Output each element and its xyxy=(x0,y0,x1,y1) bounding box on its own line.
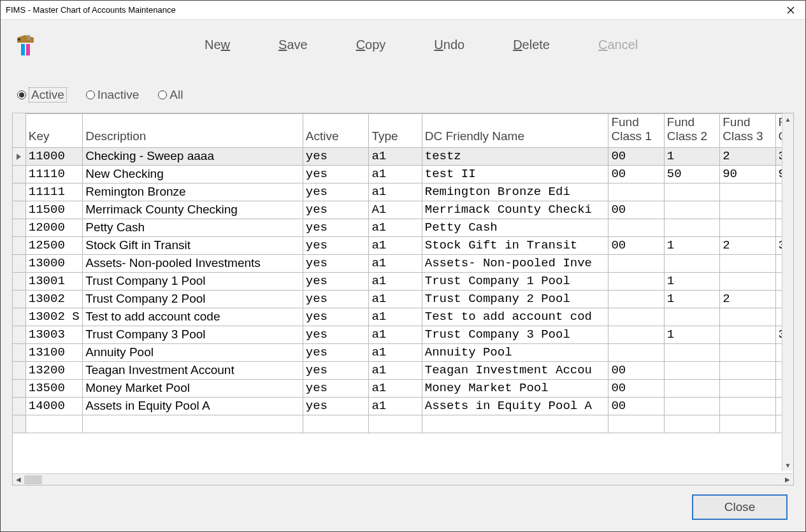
cell-fc1[interactable] xyxy=(608,183,664,201)
cell-dc[interactable]: Teagan Investment Accou xyxy=(422,361,608,379)
col-header-key[interactable]: Key xyxy=(25,114,82,148)
cell-fc1[interactable]: 00 xyxy=(608,147,664,165)
menu-copy[interactable]: Copy xyxy=(356,38,386,52)
cell-fc2[interactable] xyxy=(664,361,719,379)
cell-type[interactable]: a1 xyxy=(369,219,422,236)
row-handle[interactable] xyxy=(13,308,25,326)
cell-desc[interactable]: Teagan Investment Account xyxy=(83,361,303,379)
cell-type[interactable]: a1 xyxy=(369,147,422,165)
cell-type[interactable]: a1 xyxy=(369,397,422,415)
table-row[interactable]: 13000Assets- Non-pooled Investmentsyesa1… xyxy=(13,254,789,272)
cell-key[interactable]: 12500 xyxy=(25,236,82,254)
cell-fc2[interactable]: 1 xyxy=(664,236,719,254)
cell-key[interactable]: 11110 xyxy=(25,165,82,183)
menu-new[interactable]: New xyxy=(205,38,230,52)
cell-fc1[interactable]: 00 xyxy=(608,397,664,415)
cell-fc1[interactable]: 00 xyxy=(608,165,664,183)
cell-type[interactable]: a1 xyxy=(369,272,422,290)
cell-active[interactable]: yes xyxy=(303,272,369,290)
cell-active[interactable]: yes xyxy=(303,361,369,379)
cell-key[interactable]: 13500 xyxy=(25,379,82,397)
cell-active[interactable]: yes xyxy=(303,165,369,183)
cell-fc2[interactable] xyxy=(664,201,719,219)
cell-dc[interactable]: Trust Company 1 Pool xyxy=(422,272,608,290)
cell-dc[interactable]: Assets in Equity Pool A xyxy=(422,397,608,415)
cell-active[interactable]: yes xyxy=(303,201,369,219)
data-grid[interactable]: Key Description Active Type DC Friendly … xyxy=(12,113,794,485)
cell-fc3[interactable]: 90 xyxy=(720,165,775,183)
row-handle[interactable] xyxy=(13,326,25,343)
horizontal-scrollbar[interactable]: ◀ ▶ xyxy=(13,473,793,485)
table-row[interactable]: 11110New Checkingyesa1test II0050909 xyxy=(13,165,789,183)
row-handle[interactable] xyxy=(13,397,25,415)
table-row[interactable]: 13003Trust Company 3 Poolyesa1Trust Comp… xyxy=(13,326,789,343)
cell-active[interactable]: yes xyxy=(303,379,369,397)
table-row[interactable] xyxy=(13,415,789,433)
cell-fc1[interactable] xyxy=(608,308,664,326)
cell-fc3[interactable]: 2 xyxy=(720,236,775,254)
cell-active[interactable]: yes xyxy=(303,254,369,272)
cell-key[interactable]: 13000 xyxy=(25,254,82,272)
cell-key[interactable]: 12000 xyxy=(25,219,82,236)
cell-desc[interactable]: Stock Gift in Transit xyxy=(83,236,303,254)
cell-dc[interactable]: Annuity Pool xyxy=(422,343,608,361)
cell-fc3[interactable] xyxy=(720,201,775,219)
cell-fc2[interactable] xyxy=(664,219,719,236)
cell-key[interactable]: 13002 S xyxy=(25,308,82,326)
cell-fc2[interactable] xyxy=(664,183,719,201)
cell-key[interactable]: 11000 xyxy=(25,147,82,165)
cell-fc1[interactable]: 00 xyxy=(608,361,664,379)
cell-fc3[interactable] xyxy=(720,397,775,415)
cell-fc2[interactable]: 1 xyxy=(664,290,719,308)
hscroll-track[interactable] xyxy=(24,474,782,485)
col-header-fc3[interactable]: FundClass 3 xyxy=(720,114,775,148)
cell-dc[interactable]: testz xyxy=(422,147,608,165)
cell-key[interactable]: 14000 xyxy=(25,397,82,415)
cell-fc2[interactable]: 50 xyxy=(664,165,719,183)
cell-dc[interactable]: test II xyxy=(422,165,608,183)
cell-type[interactable]: a1 xyxy=(369,183,422,201)
hscroll-thumb[interactable] xyxy=(24,475,42,484)
vertical-scrollbar[interactable]: ▲ ▼ xyxy=(782,113,793,471)
row-handle[interactable] xyxy=(13,272,25,290)
cell-dc[interactable]: Assets- Non-pooled Inve xyxy=(422,254,608,272)
cell-active[interactable]: yes xyxy=(303,147,369,165)
cell-type[interactable]: a1 xyxy=(369,165,422,183)
row-handle[interactable] xyxy=(13,201,25,219)
cell-fc3[interactable] xyxy=(720,254,775,272)
col-header-description[interactable]: Description xyxy=(83,114,303,148)
row-handle[interactable] xyxy=(13,343,25,361)
cell-key[interactable]: 13002 xyxy=(25,290,82,308)
cell-fc1[interactable]: 00 xyxy=(608,379,664,397)
header-row[interactable]: Key Description Active Type DC Friendly … xyxy=(13,114,789,148)
menu-delete[interactable]: Delete xyxy=(513,38,550,52)
radio-active[interactable]: Active xyxy=(17,87,67,103)
table-row[interactable]: 13002 STest to add account codeyesa1Test… xyxy=(13,308,789,326)
cell-fc2[interactable] xyxy=(664,379,719,397)
table-row[interactable]: 11500Merrimack County CheckingyesA1Merri… xyxy=(13,201,789,219)
cell-fc2[interactable]: 1 xyxy=(664,272,719,290)
cell-key[interactable]: 13200 xyxy=(25,361,82,379)
cell-fc2[interactable] xyxy=(664,397,719,415)
cell-desc[interactable]: Money Market Pool xyxy=(83,379,303,397)
radio-all[interactable]: All xyxy=(158,88,183,102)
table-row[interactable]: 13001Trust Company 1 Poolyesa1Trust Comp… xyxy=(13,272,789,290)
cell-fc2[interactable]: 1 xyxy=(664,326,719,343)
row-handle[interactable] xyxy=(13,254,25,272)
cell-active[interactable]: yes xyxy=(303,308,369,326)
row-handle[interactable] xyxy=(13,219,25,236)
cell-active[interactable]: yes xyxy=(303,343,369,361)
cell-type[interactable]: a1 xyxy=(369,361,422,379)
scroll-left-icon[interactable]: ◀ xyxy=(13,474,24,485)
cell-active[interactable]: yes xyxy=(303,183,369,201)
cell-fc3[interactable]: 2 xyxy=(720,290,775,308)
cell-active[interactable]: yes xyxy=(303,397,369,415)
col-header-fc1[interactable]: FundClass 1 xyxy=(608,114,664,148)
cell-desc[interactable]: Trust Company 1 Pool xyxy=(83,272,303,290)
table-row[interactable]: 11111Remington Bronzeyesa1Remington Bron… xyxy=(13,183,789,201)
cell-type[interactable]: a1 xyxy=(369,343,422,361)
scroll-up-icon[interactable]: ▲ xyxy=(782,113,793,125)
cell-fc2[interactable] xyxy=(664,254,719,272)
row-handle[interactable] xyxy=(13,361,25,379)
cell-key[interactable]: 13100 xyxy=(25,343,82,361)
